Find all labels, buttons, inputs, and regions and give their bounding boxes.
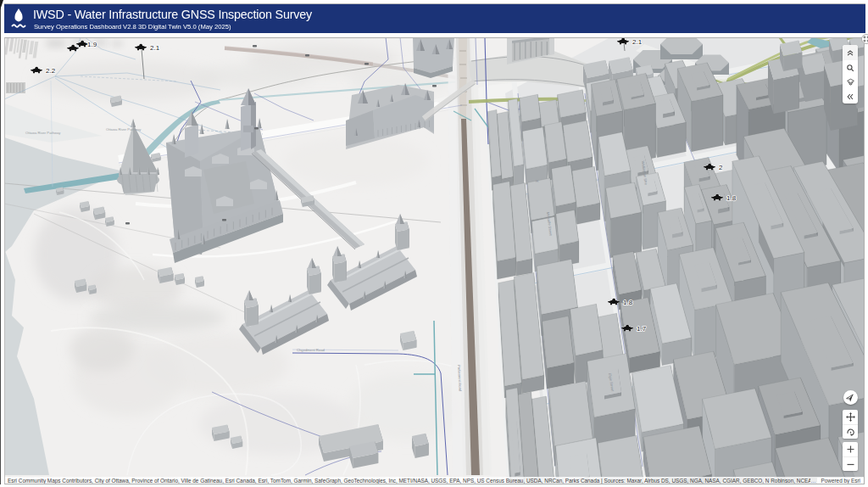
svg-text:2: 2 [719,164,723,171]
svg-text:Ottawa River Pathway: Ottawa River Pathway [106,127,142,132]
svg-text:2.2: 2.2 [46,67,56,75]
svg-text:1.9: 1.9 [87,41,97,48]
svg-text:H: H [536,179,538,183]
svg-text:2.1: 2.1 [632,38,643,46]
svg-text:1.8: 1.8 [726,194,737,202]
svg-text:2.1: 2.1 [150,44,160,52]
svg-text:1.8: 1.8 [623,299,633,306]
svg-text:Ottawa River Pathway: Ottawa River Pathway [25,131,61,135]
svg-text:1.7: 1.7 [637,325,647,333]
svg-text:Chgedment Road: Chgedment Road [297,348,325,352]
